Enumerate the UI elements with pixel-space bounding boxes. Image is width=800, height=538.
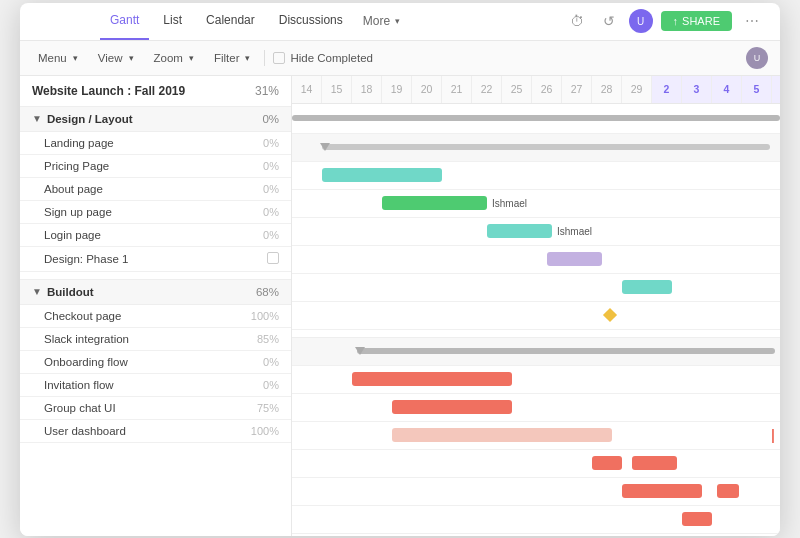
gantt-onboarding-row: | (292, 422, 780, 450)
share-icon: ↑ (673, 15, 679, 27)
col-27: 27 (562, 76, 592, 103)
landing-bar (322, 168, 442, 182)
avatar: U (629, 9, 653, 33)
task-user-dashboard[interactable]: User dashboard 100% (20, 420, 291, 443)
pricing-label: Ishmael (492, 198, 527, 209)
login-bar (622, 280, 672, 294)
invitation-bar (592, 456, 622, 470)
view-chevron-icon: ▾ (129, 53, 134, 63)
task-group-chat[interactable]: Group chat UI 75% (20, 397, 291, 420)
group-percent-buildout: 68% (256, 286, 279, 298)
task-login-page[interactable]: Login page 0% (20, 224, 291, 247)
clock-icon[interactable]: ⏱ (565, 9, 589, 33)
menu-button[interactable]: Menu ▾ (32, 49, 84, 67)
zoom-chevron-icon: ▾ (189, 53, 194, 63)
menu-chevron-icon: ▾ (73, 53, 78, 63)
col-2: 2 (652, 76, 682, 103)
col-18: 18 (352, 76, 382, 103)
milestone-checkbox (267, 252, 279, 264)
gantt-invitation-row (292, 450, 780, 478)
hide-completed-checkbox[interactable] (273, 52, 285, 64)
tab-gantt[interactable]: Gantt (100, 3, 149, 41)
project-header: Website Launch : Fall 2019 31% (20, 76, 291, 107)
task-signup-page[interactable]: Sign up page 0% (20, 201, 291, 224)
col-4: 4 (712, 76, 742, 103)
zoom-button[interactable]: Zoom ▾ (148, 49, 200, 67)
gantt-about-row: Ishmael (292, 218, 780, 246)
task-onboarding-flow[interactable]: Onboarding flow 0% (20, 351, 291, 374)
pricing-bar (382, 196, 487, 210)
tab-calendar[interactable]: Calendar (196, 3, 265, 41)
milestone-diamond (603, 308, 617, 322)
chevron-down-icon: ▾ (395, 16, 400, 26)
task-invitation-flow[interactable]: Invitation flow 0% (20, 374, 291, 397)
gantt-header: 14 15 18 19 20 21 22 25 26 27 28 29 2 3 … (292, 76, 780, 104)
task-slack-integration[interactable]: Slack integration 85% (20, 328, 291, 351)
filter-button[interactable]: Filter ▾ (208, 49, 257, 67)
task-checkout-page[interactable]: Checkout page 100% (20, 305, 291, 328)
group-percent-design: 0% (262, 113, 279, 125)
assignee-avatar: U (746, 47, 768, 69)
gantt-checkout-row (292, 366, 780, 394)
groupchat-bar2 (717, 484, 739, 498)
gantt-spacer (292, 330, 780, 338)
groupchat-bar (622, 484, 702, 498)
gantt-slack-row (292, 394, 780, 422)
task-landing-page[interactable]: Landing page 0% (20, 132, 291, 155)
gantt-landing-row (292, 162, 780, 190)
nav-right-actions: ⏱ ↺ U ↑ SHARE ⋯ (565, 9, 764, 33)
task-design-phase1[interactable]: Design: Phase 1 (20, 247, 291, 272)
gantt-pricing-row: Ishmael (292, 190, 780, 218)
invitation-bar2 (632, 456, 677, 470)
checkout-bar (352, 372, 512, 386)
col-6: 6 (772, 76, 780, 103)
col-3: 3 (682, 76, 712, 103)
group1-bar (322, 144, 770, 150)
view-button[interactable]: View ▾ (92, 49, 140, 67)
dashboard-bar (682, 512, 712, 526)
tab-more[interactable]: More ▾ (357, 6, 406, 36)
col-26: 26 (532, 76, 562, 103)
tab-discussions[interactable]: Discussions (269, 3, 353, 41)
app-window: Gantt List Calendar Discussions More ▾ ⏱… (20, 3, 780, 536)
toolbar: Menu ▾ View ▾ Zoom ▾ Filter ▾ Hide Compl… (20, 41, 780, 76)
main-content: Website Launch : Fall 2019 31% ▼ Design … (20, 76, 780, 536)
more-icon[interactable]: ⋯ (740, 9, 764, 33)
project-title: Website Launch : Fall 2019 (32, 84, 185, 98)
group-name-buildout: Buildout (47, 286, 94, 298)
col-21: 21 (442, 76, 472, 103)
signup-bar (547, 252, 602, 266)
col-19: 19 (382, 76, 412, 103)
gantt-groupchat-row (292, 478, 780, 506)
top-nav: Gantt List Calendar Discussions More ▾ ⏱… (20, 3, 780, 41)
col-25: 25 (502, 76, 532, 103)
slack-bar (392, 400, 512, 414)
gantt-project-row (292, 104, 780, 134)
tab-list[interactable]: List (153, 3, 192, 41)
divider (264, 50, 265, 66)
hide-completed-toggle[interactable]: Hide Completed (273, 52, 372, 64)
collapse-icon-2: ▼ (32, 286, 42, 297)
task-about-page[interactable]: About page 0% (20, 178, 291, 201)
buildout-triangle (355, 347, 365, 355)
about-bar (487, 224, 552, 238)
col-14: 14 (292, 76, 322, 103)
gantt-buildout-row (292, 338, 780, 366)
group-spacer (20, 272, 291, 280)
gantt-rows: Ishmael Ishmael (292, 104, 780, 534)
share-button[interactable]: ↑ SHARE (661, 11, 732, 31)
task-pricing-page[interactable]: Pricing Page 0% (20, 155, 291, 178)
onboarding-bar (392, 428, 612, 442)
buildout-bar (357, 348, 775, 354)
gantt-dashboard-row (292, 506, 780, 534)
col-20: 20 (412, 76, 442, 103)
group-name-design: Design / Layout (47, 113, 133, 125)
refresh-icon[interactable]: ↺ (597, 9, 621, 33)
gantt-login-row (292, 274, 780, 302)
col-28: 28 (592, 76, 622, 103)
group-header-design[interactable]: ▼ Design / Layout 0% (20, 107, 291, 132)
project-percent: 31% (255, 84, 279, 98)
col-29: 29 (622, 76, 652, 103)
group-header-buildout[interactable]: ▼ Buildout 68% (20, 280, 291, 305)
filter-chevron-icon: ▾ (245, 53, 250, 63)
